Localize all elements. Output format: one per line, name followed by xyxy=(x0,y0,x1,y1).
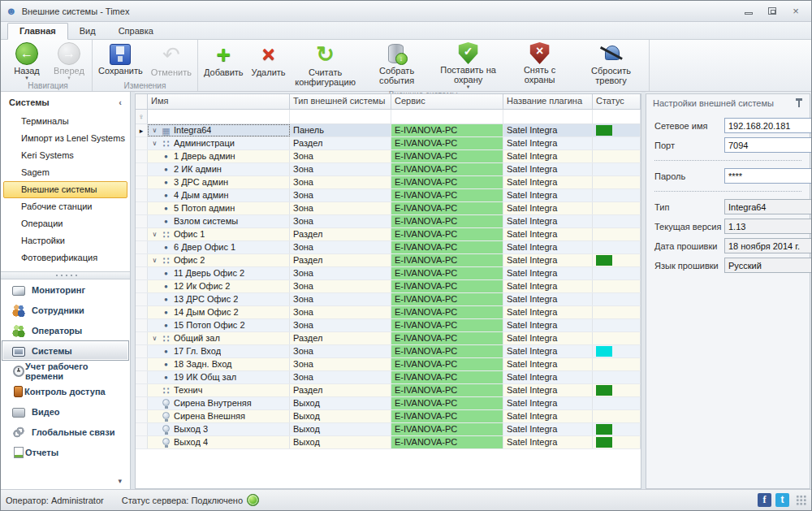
sidebar-overflow-button[interactable]: ▾ xyxy=(1,477,130,489)
restore-button[interactable] xyxy=(762,4,783,18)
expand-chevron-icon[interactable]: ∨ xyxy=(149,332,160,344)
table-row[interactable]: ▸∨▦Integra64ПанельE-IVANOVA-PCSatel Inte… xyxy=(136,124,641,137)
password-field[interactable] xyxy=(724,168,811,184)
filter-cell-type[interactable] xyxy=(290,110,391,123)
grid-filter-row[interactable]: ♀ xyxy=(136,110,641,124)
pin-icon[interactable] xyxy=(795,98,803,108)
table-row[interactable]: ●3 ДРС админЗонаE-IVANOVA-PCSatel Integr… xyxy=(136,176,641,189)
name-cell[interactable]: ∨∷Офис 1 xyxy=(148,228,290,240)
ribbon-tab-2[interactable]: Справка xyxy=(107,24,165,39)
facebook-icon[interactable]: f xyxy=(758,493,771,507)
table-row[interactable]: ∨∷Офис 1РазделE-IVANOVA-PCSatel Integra xyxy=(136,228,641,241)
expand-chevron-icon[interactable]: ∨ xyxy=(149,228,160,240)
name-cell[interactable]: ∨∷Офис 2 xyxy=(148,254,290,266)
disarm-button[interactable]: Снять с охраны xyxy=(504,41,576,89)
name-cell[interactable]: ●15 Потоп Офис 2 xyxy=(148,319,290,331)
ribbon-tab-0[interactable]: Главная xyxy=(7,23,68,40)
name-cell[interactable]: ∷Технич xyxy=(148,384,290,396)
sidebar-item-0[interactable]: Терминалы xyxy=(3,113,127,130)
close-button[interactable]: × xyxy=(785,4,806,18)
sidebar-item-2[interactable]: Keri Systems xyxy=(3,147,127,164)
table-row[interactable]: ●18 Задн. ВходЗонаE-IVANOVA-PCSatel Inte… xyxy=(136,358,641,371)
sidebar-item-time[interactable]: Учет рабочего времени xyxy=(2,361,129,381)
sidebar-item-5[interactable]: Рабочие станции xyxy=(3,198,127,215)
sidebar-splitter[interactable] xyxy=(1,271,130,279)
table-row[interactable]: Сирена ВнутреняяВыходE-IVANOVA-PCSatel I… xyxy=(136,397,641,410)
sidebar-item-1[interactable]: Импорт из Lenel Systems xyxy=(3,130,127,147)
table-row[interactable]: ●1 Дверь админЗонаE-IVANOVA-PCSatel Inte… xyxy=(136,150,641,163)
sidebar-item-links[interactable]: Глобальные связи xyxy=(2,422,129,442)
table-row[interactable]: ●2 ИК админЗонаE-IVANOVA-PCSatel Integra xyxy=(136,163,641,176)
name-cell[interactable]: ∨∷Общий зал xyxy=(148,332,290,344)
name-cell[interactable]: Сирена Внутреняя xyxy=(148,397,290,409)
table-row[interactable]: Выход 4ВыходE-IVANOVA-PCSatel Integra xyxy=(136,436,641,449)
name-cell[interactable]: ●1 Дверь админ xyxy=(148,150,290,162)
column-header-0[interactable]: Имя xyxy=(148,94,290,109)
table-row[interactable]: ∨∷Общий залРазделE-IVANOVA-PCSatel Integ… xyxy=(136,332,641,345)
save-button[interactable]: Сохранить xyxy=(94,41,147,80)
table-row[interactable]: Сирена ВнешняяВыходE-IVANOVA-PCSatel Int… xyxy=(136,410,641,423)
sidebar-item-video[interactable]: Видео xyxy=(2,401,129,422)
table-row[interactable]: ●17 Гл. ВходЗонаE-IVANOVA-PCSatel Integr… xyxy=(136,345,641,358)
table-row[interactable]: ●11 Дверь Офис 2ЗонаE-IVANOVA-PCSatel In… xyxy=(136,267,641,280)
table-row[interactable]: ∷ТехничРазделE-IVANOVA-PCSatel Integra xyxy=(136,384,641,397)
name-cell[interactable]: ●2 ИК админ xyxy=(148,163,290,175)
table-row[interactable]: ●19 ИК Общ залЗонаE-IVANOVA-PCSatel Inte… xyxy=(136,371,641,384)
name-cell[interactable]: ∨▦Integra64 xyxy=(148,124,290,136)
table-row[interactable]: ●13 ДРС Офис 2ЗонаE-IVANOVA-PCSatel Inte… xyxy=(136,293,641,306)
netname-field[interactable] xyxy=(724,118,811,133)
port-field[interactable] xyxy=(724,137,811,153)
name-cell[interactable]: Выход 3 xyxy=(148,423,290,435)
sidebar-item-systems[interactable]: Системы xyxy=(2,340,129,361)
table-row[interactable]: ∨∷АдминистрациРазделE-IVANOVA-PCSatel In… xyxy=(136,137,641,150)
name-cell[interactable]: ●11 Дверь Офис 2 xyxy=(148,267,290,279)
sidebar-item-8[interactable]: Фотоверификация xyxy=(3,249,127,266)
name-cell[interactable]: ●6 Двер Офис 1 xyxy=(148,241,290,253)
table-row[interactable]: ●5 Потоп админЗонаE-IVANOVA-PCSatel Inte… xyxy=(136,202,641,215)
expand-chevron-icon[interactable]: ∨ xyxy=(149,254,160,266)
sidebar-item-4[interactable]: Внешние системы xyxy=(3,181,127,198)
table-row[interactable]: ●14 Дым Офис 2ЗонаE-IVANOVA-PCSatel Inte… xyxy=(136,306,641,319)
column-header-4[interactable]: Статус xyxy=(593,94,641,109)
expand-chevron-icon[interactable]: ∨ xyxy=(149,137,160,149)
name-cell[interactable]: ●Взлом системы xyxy=(148,215,290,227)
name-cell[interactable]: ●3 ДРС админ xyxy=(148,176,290,188)
column-header-3[interactable]: Название плагина xyxy=(503,94,593,109)
filter-cell-service[interactable] xyxy=(391,110,503,123)
table-row[interactable]: ∨∷Офис 2РазделE-IVANOVA-PCSatel Integra xyxy=(136,254,641,267)
name-cell[interactable]: ●12 Ик Офис 2 xyxy=(148,280,290,292)
name-cell[interactable]: ●13 ДРС Офис 2 xyxy=(148,293,290,305)
table-row[interactable]: ●Взлом системыЗонаE-IVANOVA-PCSatel Inte… xyxy=(136,215,641,228)
table-row[interactable]: ●12 Ик Офис 2ЗонаE-IVANOVA-PCSatel Integ… xyxy=(136,280,641,293)
sidebar-item-6[interactable]: Операции xyxy=(3,215,127,232)
sidebar-item-reports[interactable]: Отчеты xyxy=(2,442,129,462)
table-row[interactable]: Выход 3ВыходE-IVANOVA-PCSatel Integra xyxy=(136,423,641,436)
arm-button[interactable]: Поставить на охрану▾ xyxy=(433,41,504,89)
name-cell[interactable]: ∨∷Администраци xyxy=(148,137,290,149)
table-row[interactable]: ●4 Дым админЗонаE-IVANOVA-PCSatel Integr… xyxy=(136,189,641,202)
name-cell[interactable]: ●18 Задн. Вход xyxy=(148,358,290,370)
expand-chevron-icon[interactable]: ∨ xyxy=(149,124,160,136)
column-header-2[interactable]: Сервис xyxy=(391,94,503,109)
add-button[interactable]: +Добавить xyxy=(200,41,248,89)
minimize-button[interactable] xyxy=(738,4,759,18)
name-cell[interactable]: Сирена Внешняя xyxy=(148,410,290,422)
filter-cell-plugin[interactable] xyxy=(503,110,593,123)
undo-button[interactable]: ↶Отменить xyxy=(147,41,196,80)
table-row[interactable]: ●6 Двер Офис 1ЗонаE-IVANOVA-PCSatel Inte… xyxy=(136,241,641,254)
name-cell[interactable]: ●19 ИК Общ зал xyxy=(148,371,290,383)
sidebar-item-monitoring[interactable]: Мониторинг xyxy=(2,279,129,300)
ribbon-tab-1[interactable]: Вид xyxy=(68,24,107,39)
resize-grip[interactable] xyxy=(796,495,806,505)
filter-cell-status[interactable] xyxy=(593,110,641,123)
name-cell[interactable]: ●5 Потоп админ xyxy=(148,202,290,214)
sidebar-item-access[interactable]: Контроль доступа xyxy=(2,381,129,401)
back-button[interactable]: ←Назад▾ xyxy=(6,41,48,80)
filter-cell-name[interactable] xyxy=(148,110,290,123)
name-cell[interactable]: Выход 4 xyxy=(148,436,290,448)
name-cell[interactable]: ●14 Дым Офис 2 xyxy=(148,306,290,318)
column-header-1[interactable]: Тип внешней системы xyxy=(290,94,391,109)
twitter-icon[interactable]: t xyxy=(775,493,789,507)
name-cell[interactable]: ●17 Гл. Вход xyxy=(148,345,290,357)
collapse-icon[interactable]: ‹ xyxy=(119,97,122,107)
